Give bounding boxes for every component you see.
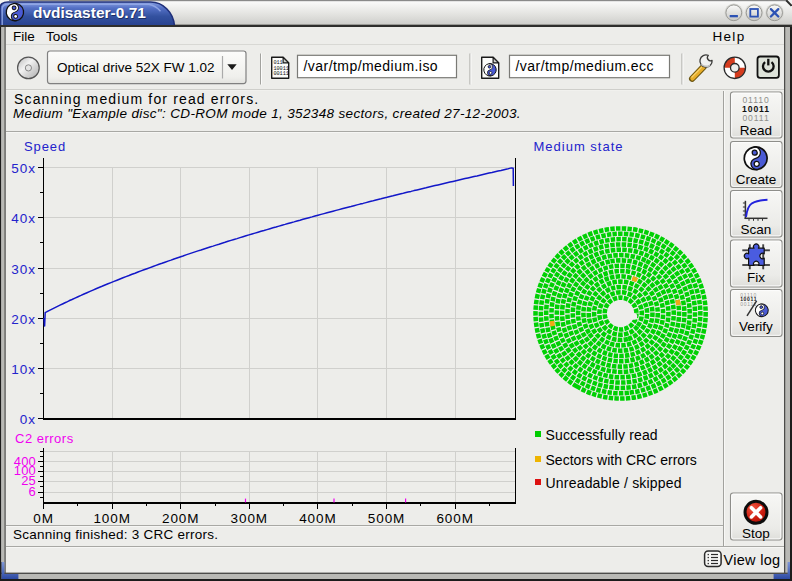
- svg-text:Scan: Scan: [741, 222, 772, 237]
- svg-text:/var/tmp/medium.ecc: /var/tmp/medium.ecc: [516, 58, 654, 74]
- svg-text:/var/tmp/medium.iso: /var/tmp/medium.iso: [304, 58, 439, 74]
- svg-text:Optical drive 52X FW 1.02: Optical drive 52X FW 1.02: [57, 60, 215, 75]
- svg-text:Verify: Verify: [739, 319, 773, 334]
- svg-text:Stop: Stop: [742, 526, 770, 541]
- svg-text:Fix: Fix: [747, 270, 765, 285]
- svg-text:dvdisaster-0.71: dvdisaster-0.71: [33, 4, 146, 21]
- svg-text:00111: 00111: [742, 113, 769, 123]
- svg-text:Create: Create: [736, 172, 777, 187]
- svg-text:Read: Read: [740, 123, 772, 138]
- svg-text:00111: 00111: [273, 71, 289, 77]
